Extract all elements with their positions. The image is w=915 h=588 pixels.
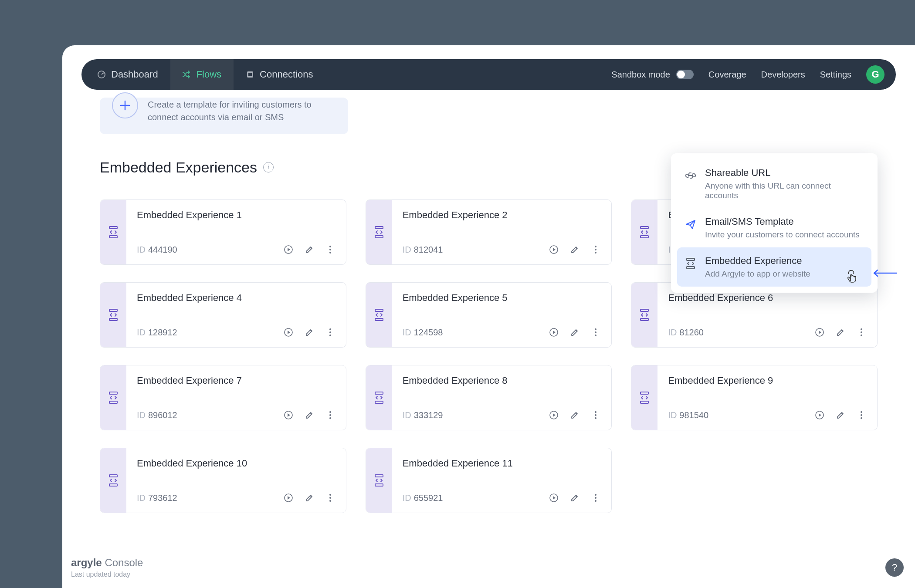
send-icon [684, 218, 697, 231]
nav-flows-label: Flows [197, 69, 221, 80]
play-button[interactable] [814, 327, 825, 338]
more-button[interactable] [590, 493, 601, 503]
card-title: Embedded Experience 8 [403, 375, 601, 386]
experience-card[interactable]: Embedded Experience 7ID896012 [100, 365, 346, 430]
section-title: Embedded Experiences [100, 159, 257, 176]
svg-rect-39 [109, 392, 117, 394]
experience-card[interactable]: Embedded Experience 8ID333129 [366, 365, 612, 430]
svg-point-31 [595, 331, 596, 333]
nav-connections-label: Connections [260, 69, 313, 80]
svg-point-7 [329, 249, 331, 250]
svg-rect-70 [687, 267, 695, 269]
card-id: ID124598 [403, 328, 443, 338]
card-title: Embedded Experience 9 [668, 375, 867, 386]
svg-point-68 [595, 500, 596, 502]
experience-card[interactable]: Embedded Experience 10ID793612 [100, 448, 346, 513]
info-icon[interactable]: i [263, 162, 274, 172]
edit-button[interactable] [835, 410, 846, 420]
svg-point-13 [595, 249, 596, 250]
help-button[interactable]: ? [885, 558, 904, 577]
brand-sub: Console [105, 557, 143, 568]
dropdown-option-link[interactable]: Shareable URLAnyone with this URL can co… [677, 159, 871, 208]
new-flow-dropdown: Shareable URLAnyone with this URL can co… [671, 153, 878, 293]
more-button[interactable] [590, 244, 601, 255]
card-title: Embedded Experience 6 [668, 292, 867, 304]
dropdown-option-subtitle: Anyone with this URL can connect account… [705, 181, 864, 200]
footer-updated: Last updated today [71, 571, 143, 578]
more-button[interactable] [325, 410, 336, 420]
nav-coverage[interactable]: Coverage [708, 70, 746, 80]
svg-point-24 [329, 328, 331, 330]
experience-card[interactable]: Embedded Experience 2ID812041 [366, 199, 612, 265]
embed-icon [366, 200, 392, 264]
more-button[interactable] [325, 493, 336, 503]
svg-point-62 [329, 500, 331, 502]
dropdown-option-subtitle: Add Argyle to app or website [705, 269, 810, 279]
more-button[interactable] [325, 327, 336, 338]
card-title: Embedded Experience 7 [137, 375, 336, 386]
svg-point-60 [329, 494, 331, 496]
link-icon [684, 169, 697, 182]
more-button[interactable] [325, 244, 336, 255]
nav-connections[interactable]: Connections [234, 59, 325, 90]
embed-icon [100, 365, 126, 430]
svg-rect-4 [109, 236, 117, 238]
edit-button[interactable] [304, 410, 315, 420]
avatar[interactable]: G [866, 65, 884, 84]
experience-card[interactable]: Embedded Experience 1ID444190 [100, 199, 346, 265]
experience-card[interactable]: Embedded Experience 11ID655921 [366, 448, 612, 513]
edit-button[interactable] [304, 327, 315, 338]
edit-button[interactable] [569, 493, 580, 503]
play-button[interactable] [549, 493, 559, 503]
svg-point-43 [329, 414, 331, 416]
svg-point-26 [329, 335, 331, 336]
svg-rect-9 [375, 226, 383, 229]
svg-rect-21 [109, 309, 117, 311]
more-button[interactable] [590, 327, 601, 338]
play-button[interactable] [814, 410, 825, 420]
add-template-button[interactable] [112, 92, 138, 118]
card-title: Embedded Experience 4 [137, 292, 336, 304]
svg-point-54 [861, 411, 862, 413]
more-button[interactable] [590, 410, 601, 420]
nav-flows[interactable]: Flows [170, 59, 234, 90]
svg-rect-22 [109, 318, 117, 321]
svg-point-37 [861, 331, 862, 333]
edit-button[interactable] [304, 493, 315, 503]
nav-settings[interactable]: Settings [820, 70, 851, 80]
card-id: ID81260 [668, 328, 704, 338]
play-button[interactable] [283, 493, 294, 503]
play-button[interactable] [283, 327, 294, 338]
svg-point-8 [329, 252, 331, 253]
play-button[interactable] [549, 410, 559, 420]
edit-button[interactable] [304, 244, 315, 255]
sandbox-toggle[interactable] [676, 70, 694, 79]
dropdown-option-embed[interactable]: Embedded ExperienceAdd Argyle to app or … [677, 247, 871, 287]
play-button[interactable] [549, 244, 559, 255]
dropdown-option-send[interactable]: Email/SMS TemplateInvite your customers … [677, 208, 871, 247]
svg-point-6 [329, 246, 331, 247]
svg-point-67 [595, 497, 596, 499]
edit-button[interactable] [569, 327, 580, 338]
svg-rect-63 [375, 475, 383, 477]
card-title: Embedded Experience 5 [403, 292, 601, 304]
nav-dashboard[interactable]: Dashboard [81, 59, 170, 90]
experience-card[interactable]: Embedded Experience 9ID981540 [631, 365, 878, 430]
edit-button[interactable] [569, 244, 580, 255]
play-button[interactable] [283, 244, 294, 255]
footer: argyle Console Last updated today [71, 557, 143, 578]
more-button[interactable] [856, 410, 867, 420]
svg-rect-58 [109, 484, 117, 486]
play-button[interactable] [549, 327, 559, 338]
svg-point-12 [595, 246, 596, 247]
svg-rect-57 [109, 475, 117, 477]
embed-icon [366, 448, 392, 513]
more-button[interactable] [856, 327, 867, 338]
play-button[interactable] [283, 410, 294, 420]
dropdown-option-subtitle: Invite your customers to connect account… [705, 230, 860, 240]
experience-card[interactable]: Embedded Experience 4ID128912 [100, 282, 346, 348]
nav-developers[interactable]: Developers [761, 70, 805, 80]
experience-card[interactable]: Embedded Experience 5ID124598 [366, 282, 612, 348]
edit-button[interactable] [835, 327, 846, 338]
edit-button[interactable] [569, 410, 580, 420]
